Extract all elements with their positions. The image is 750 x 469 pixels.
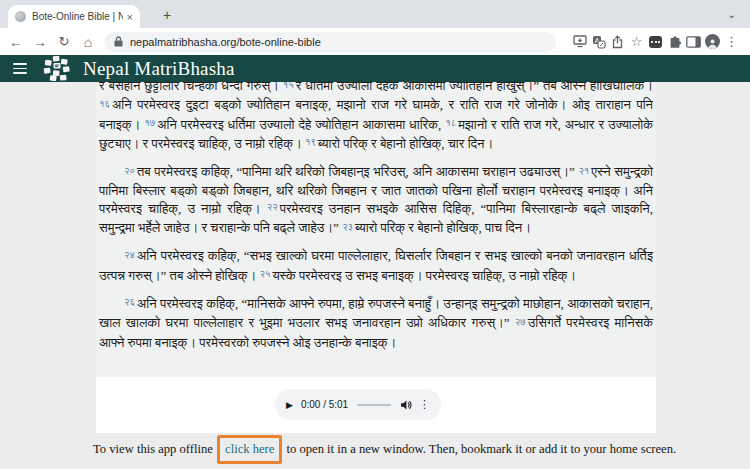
volume-icon[interactable] [400, 399, 412, 411]
extensions-puzzle-icon[interactable] [665, 33, 684, 51]
verse-number: १८ [445, 118, 458, 128]
hamburger-menu-icon[interactable] [13, 63, 27, 74]
verse-number: २५ [259, 269, 272, 279]
browser-toolbar: ← → ↻ ⌂ nepalmatribhasha.org/bote-online… [0, 28, 750, 55]
verse-number: १५ [283, 82, 296, 90]
verse-number: २२ [267, 202, 280, 212]
home-icon[interactable]: ⌂ [76, 34, 100, 50]
tab-strip: Bote-Online Bible | Nepal Matr × + ⌄ [0, 0, 750, 28]
new-tab-button[interactable]: + [158, 7, 176, 25]
reload-icon[interactable]: ↻ [52, 34, 76, 49]
verse-number: २१ [578, 166, 591, 176]
install-icon[interactable] [570, 33, 589, 51]
audio-menu-icon[interactable]: ⋮ [419, 398, 430, 411]
verse-number: २७ [515, 317, 528, 327]
bible-text: र बर्सहान छुट्टालार चिन्हका धन्दा गरुस्।… [99, 82, 653, 351]
verse-number: १९ [305, 137, 318, 147]
audio-player-container: ▶ 0:00 / 5:01 ⋮ [96, 377, 656, 433]
tab-close-icon[interactable]: × [127, 11, 133, 23]
audio-player[interactable]: ▶ 0:00 / 5:01 ⋮ [275, 389, 441, 420]
verse-number: १७ [144, 118, 157, 128]
audio-time: 0:00 / 5:01 [301, 399, 348, 410]
annotation-highlight-box: click here [217, 435, 282, 464]
tab-favicon-icon [15, 11, 26, 22]
verse-number: २६ [124, 297, 137, 307]
profile-icon[interactable] [703, 33, 722, 51]
site-header: Nepal MatriBhasha [0, 55, 750, 82]
offline-note-pre: To view this app offline [93, 442, 216, 456]
lock-icon [114, 36, 123, 47]
bookmark-star-icon[interactable]: ☆ [627, 33, 646, 51]
verse-text: र धर्तिमा उज्यालो दहक आकासमा ज्योतिहान ह… [296, 82, 653, 93]
bible-paragraph: २४अनि परमेस्वरइ कहिक्, “सभइ खाल्को घरमा … [99, 247, 653, 286]
side-panel-icon[interactable] [684, 33, 703, 51]
tab-search-chevron-icon[interactable]: ⌄ [728, 9, 736, 20]
verse-text: यस्के परमेस्वरइ उ सभइ बनाइक्। परमेस्वरइ … [272, 268, 576, 283]
tab-title: Bote-Online Bible | Nepal Matr [32, 11, 123, 22]
verse-text: ब्यारो परिक् र बेहानो होखिक्, चार दिन। [318, 136, 493, 151]
extension-dark-icon[interactable] [646, 33, 665, 51]
browser-tab[interactable]: Bote-Online Bible | Nepal Matr × [8, 5, 140, 28]
verse-text: ब्यारो परिक् र बेहानो होखिक्, पाच दिन। [355, 220, 531, 235]
verse-text: तब परमेस्वरइ कहिक्, “पानिमा थरि थरिको जि… [137, 164, 578, 179]
browser-menu-icon[interactable]: ⋮ [722, 33, 741, 51]
brand-name: Nepal MatriBhasha [83, 58, 235, 80]
back-icon[interactable]: ← [4, 34, 28, 50]
verse-number: २४ [124, 250, 137, 260]
offline-note: To view this app offline click here to o… [93, 442, 733, 457]
address-bar[interactable]: nepalmatribhasha.org/bote-online-bible [104, 32, 556, 52]
page-background: र बर्सहान छुट्टालार चिन्हका धन्दा गरुस्।… [0, 82, 750, 469]
bible-paragraph: र बर्सहान छुट्टालार चिन्हका धन्दा गरुस्।… [99, 82, 653, 154]
verse-number: २० [124, 166, 137, 176]
offline-note-post: to open it in a new window. Then, bookma… [283, 442, 676, 456]
verse-number: १६ [99, 99, 112, 109]
url-text: nepalmatribhasha.org/bote-online-bible [130, 36, 321, 48]
play-icon[interactable]: ▶ [286, 400, 293, 410]
verse-number: २३ [342, 222, 355, 232]
click-here-link[interactable]: click here [225, 442, 274, 456]
verse-text: र बर्सहान छुट्टालार चिन्हका धन्दा गरुस्। [99, 82, 283, 93]
audio-progress-bar[interactable] [357, 404, 391, 406]
share-icon[interactable] [608, 33, 627, 51]
brand-logo [41, 56, 73, 81]
translate-icon[interactable]: A [589, 33, 608, 51]
bible-paragraph: २०तब परमेस्वरइ कहिक्, “पानिमा थरि थरिको … [99, 163, 653, 238]
verse-text: अनि परमेस्वरइ धर्तिमा उज्यालो देहे ज्योत… [157, 117, 445, 132]
forward-icon[interactable]: → [28, 34, 52, 50]
bible-paragraph: २६अनि परमेस्वरइ कहिक्, “मानिसके आफ्ने रु… [99, 295, 653, 351]
